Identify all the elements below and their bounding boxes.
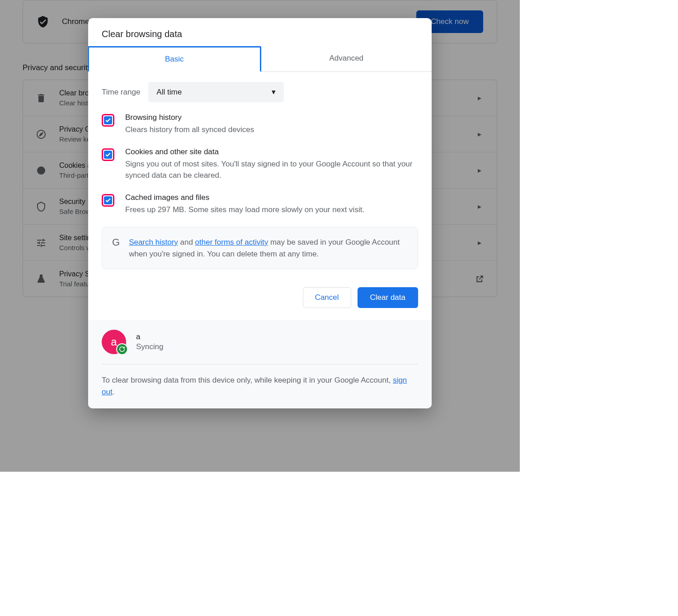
avatar: a [102, 330, 126, 354]
time-range-select[interactable]: All time ▾ [148, 82, 284, 102]
account-name: a [136, 332, 163, 341]
other-activity-link[interactable]: other forms of activity [195, 238, 268, 246]
option-browsing-history: Browsing historyClears history from all … [102, 113, 418, 136]
dialog-tabs: Basic Advanced [88, 47, 432, 72]
clear-data-button[interactable]: Clear data [358, 287, 418, 308]
checkbox-cookies[interactable] [102, 148, 114, 161]
clear-browsing-data-dialog: Clear browsing data Basic Advanced Time … [88, 18, 432, 408]
checkbox-cache[interactable] [102, 194, 114, 207]
account-status: Syncing [136, 342, 163, 351]
time-range-label: Time range [102, 88, 140, 97]
account-section: a a Syncing To clear browsing data from … [88, 320, 432, 408]
chevron-down-icon: ▾ [272, 87, 276, 97]
modal-overlay: Clear browsing data Basic Advanced Time … [0, 0, 520, 472]
tab-basic[interactable]: Basic [88, 46, 261, 72]
google-account-info: G Search history and other forms of acti… [102, 227, 418, 269]
footer-text: To clear browsing data from this device … [102, 374, 418, 398]
option-cookies: Cookies and other site dataSigns you out… [102, 147, 418, 181]
option-cache: Cached images and filesFrees up 297 MB. … [102, 193, 418, 216]
cancel-button[interactable]: Cancel [303, 287, 351, 308]
dialog-title: Clear browsing data [88, 18, 432, 47]
google-icon: G [112, 237, 120, 260]
sync-badge-icon [116, 343, 128, 355]
tab-advanced[interactable]: Advanced [261, 47, 432, 71]
checkbox-browsing-history[interactable] [102, 114, 114, 127]
search-history-link[interactable]: Search history [129, 238, 178, 246]
